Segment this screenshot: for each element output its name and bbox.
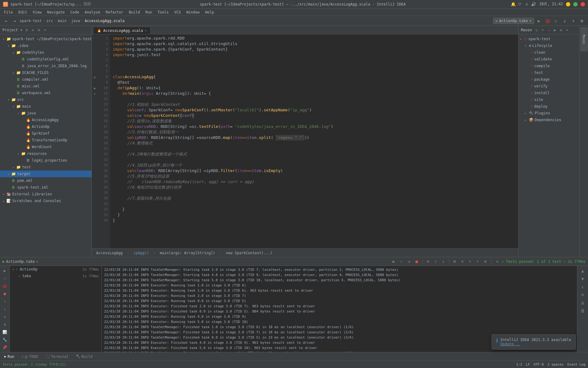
tab-close-button[interactable]: × xyxy=(145,29,147,32)
tree-item-scratches[interactable]: ▸ 📝 Scratches and Consoles xyxy=(0,197,92,204)
maven-settings-icon[interactable]: ⚙ xyxy=(558,27,564,33)
lstrip-more2[interactable]: ↓ xyxy=(1,305,9,312)
menu-navigate[interactable]: Navigate xyxy=(45,10,67,15)
maven-clean[interactable]: ⚡ clean xyxy=(518,49,579,56)
tree-item-spark-test[interactable]: ▾ 📁 spark-test ~/IdeaProjects/spark-test xyxy=(0,36,92,42)
menu-view[interactable]: View xyxy=(30,10,44,15)
nav-method-ipagg[interactable]: ipAgg() xyxy=(132,250,151,256)
run-button[interactable]: ▶ xyxy=(535,17,543,25)
run-play-button[interactable]: ▶ xyxy=(390,258,397,265)
maven-install[interactable]: ⚡ install xyxy=(518,90,579,96)
lstrip-run-btn[interactable]: ▶ xyxy=(1,267,9,274)
maven-reload-icon[interactable]: ↻ xyxy=(534,27,539,33)
lstrip-more3[interactable]: 🔧 xyxy=(1,336,9,343)
git-update-button[interactable]: ↓ xyxy=(561,17,568,25)
lstrip-check-btn[interactable]: ✓ xyxy=(1,275,9,282)
btab-todo[interactable]: ☑ g:TODO xyxy=(18,353,41,360)
tree-item-accesslogagg[interactable]: 🔥 AccessLogAgg xyxy=(0,117,92,123)
maven-dependencies[interactable]: ▸ 📦 Dependencies xyxy=(518,117,579,123)
menu-vcs[interactable]: VCS xyxy=(172,10,183,15)
tree-item-compiler-xml[interactable]: 🗎 compiler.xml xyxy=(0,76,92,83)
run-settings-btn[interactable]: ⚙ xyxy=(482,258,489,265)
menu-help[interactable]: Help xyxy=(203,10,217,15)
maven-deploy[interactable]: ⚡ deploy xyxy=(518,103,579,110)
status-line-col[interactable]: 1:1 xyxy=(516,362,522,366)
tree-item-workspace-xml[interactable]: 🗎 workspace.xml xyxy=(0,90,92,96)
lstrip-more1[interactable]: ↑ xyxy=(1,298,9,305)
tree-item-javaerror[interactable]: 🗎 java_error_in_IDEA_2046.log xyxy=(0,63,92,69)
nav-method-main[interactable]: main(args: Array[String]) xyxy=(158,250,217,256)
btab-terminal[interactable]: ⬛ Terminal xyxy=(42,353,72,360)
maven-compile[interactable]: ⚡ compile xyxy=(518,63,579,69)
lstrip-debug-btn[interactable]: 🐞 xyxy=(1,282,9,289)
code-content[interactable]: import org.apache.spark.rdd.RDD import o… xyxy=(110,34,518,248)
run-check-button[interactable]: ✓ xyxy=(398,258,405,265)
run-next-fail[interactable]: ↓ xyxy=(440,258,447,265)
breadcrumb-main[interactable]: main xyxy=(58,19,66,23)
maximize-button[interactable] xyxy=(573,2,578,6)
breadcrumb-java[interactable]: java xyxy=(71,19,80,23)
tree-item-misc-xml[interactable]: 🗎 misc.xml xyxy=(0,83,92,90)
breadcrumb-project[interactable]: spark-test xyxy=(20,19,42,23)
maven-verify[interactable]: ⚡ verify xyxy=(518,83,579,90)
sound-icon[interactable]: 🔊 xyxy=(531,2,536,7)
tree-item-actionop[interactable]: 🔥 ActionOp xyxy=(0,123,92,130)
minimize-button[interactable] xyxy=(566,2,570,6)
tree-item-idea[interactable]: ▾ 📁 .idea xyxy=(0,42,92,49)
sidebar-close-icon[interactable]: × xyxy=(43,28,47,33)
maven-run-icon[interactable]: ▶ xyxy=(552,27,558,33)
run-item-actionop[interactable]: ▾ ✓ ActionOp 2s 770ms xyxy=(10,266,101,273)
btab-run[interactable]: ▶ Run xyxy=(1,353,17,360)
run-sort-button[interactable]: ⊞ xyxy=(451,258,458,265)
tree-item-src[interactable]: ▾ 📁 src xyxy=(0,96,92,103)
settings-button[interactable]: ⚙ xyxy=(578,17,586,25)
menu-code[interactable]: Code xyxy=(68,10,82,15)
menu-refactor[interactable]: Refactor xyxy=(103,10,126,15)
btab-build[interactable]: 🔨 Build xyxy=(73,353,96,360)
status-encoding[interactable]: UTF-8 xyxy=(533,362,544,366)
window-tab-label[interactable]: spark-test [~/IdeaProjects/sp... xyxy=(10,2,81,6)
tree-item-java[interactable]: ▾ 📁 java xyxy=(0,110,92,117)
run-config-selector[interactable]: ▶ ActionOp.take ▾ xyxy=(493,18,534,24)
maven-project[interactable]: ▾ ⬡ spark-test xyxy=(518,36,579,42)
tree-item-resources[interactable]: ▸ 📁 resources xyxy=(0,150,92,157)
menu-tools[interactable]: Tools xyxy=(155,10,171,15)
maven-close-icon[interactable]: × xyxy=(564,27,570,33)
run-import-button[interactable]: ⬇ xyxy=(467,258,473,265)
output-scroll-down[interactable]: ▼ xyxy=(579,275,586,282)
breadcrumb-file[interactable]: AccessLogAgg.scala xyxy=(85,19,125,23)
output-toggle-wrap[interactable]: ↕ xyxy=(579,283,586,290)
run-toggle-tree[interactable]: ≡ xyxy=(425,258,432,265)
tree-item-transformationop[interactable]: 🔥 TransformationOp xyxy=(0,137,92,144)
status-spaces[interactable]: 2 spaces xyxy=(547,362,564,366)
nav-class[interactable]: AccessLogAgg xyxy=(94,250,125,256)
run-item-take[interactable]: ✓ take 1s 770ms xyxy=(10,273,101,279)
sidebar-settings-icon[interactable]: ⚙ xyxy=(24,28,29,33)
tree-item-log4j[interactable]: 🗎 log4j.properties xyxy=(0,157,92,164)
status-event-log[interactable]: Event Log xyxy=(567,362,586,366)
lstrip-profile[interactable]: 📊 xyxy=(1,328,9,335)
menu-file[interactable]: File xyxy=(2,10,15,15)
gutter-8-class[interactable]: ▷ xyxy=(92,74,98,80)
back-button[interactable]: ← xyxy=(2,17,10,25)
maven-plugins[interactable]: ▸ 🔌 Plugins xyxy=(518,110,579,117)
run-tab-close[interactable]: × xyxy=(36,259,38,264)
settings-icon[interactable]: ⚙ xyxy=(524,2,530,7)
notification-update-link[interactable]: Update... xyxy=(500,342,571,346)
menu-run[interactable]: Run xyxy=(143,10,155,15)
lstrip-settings[interactable]: ⚙ xyxy=(1,321,9,328)
run-export-button[interactable]: ⬆ xyxy=(474,258,481,265)
output-print[interactable]: 🖨 xyxy=(579,299,586,306)
maven-site[interactable]: ⚡ site xyxy=(518,96,579,103)
output-scroll-up[interactable]: ▲ xyxy=(579,267,586,274)
run-prev-fail[interactable]: ↑ xyxy=(432,258,439,265)
tree-item-scache[interactable]: ▸ 📁 SCACHE_FILES xyxy=(0,69,92,76)
maven-package[interactable]: ⚡ package xyxy=(518,76,579,83)
output-clear[interactable]: 🗑 xyxy=(579,307,586,314)
run-close-panel[interactable]: × xyxy=(494,258,501,265)
run-stop-button[interactable]: ■ xyxy=(413,258,420,265)
git-push-button[interactable]: ↑ xyxy=(570,17,577,25)
lstrip-bookmark[interactable]: ★ xyxy=(1,313,9,320)
tree-item-external-libs[interactable]: ▸ 📚 External Libraries xyxy=(0,191,92,197)
test-passed-status[interactable]: Tests passed: 1 (today 下午8:11) xyxy=(2,362,66,367)
